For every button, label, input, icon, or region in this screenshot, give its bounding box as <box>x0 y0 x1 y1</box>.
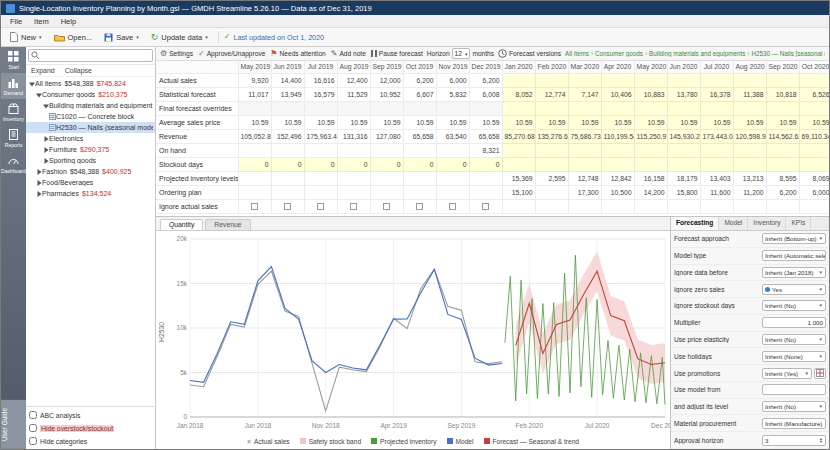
cell-ignore-actual-sales[interactable] <box>436 199 469 213</box>
cell-on-hand[interactable]: 8,321 <box>469 143 502 157</box>
chevron-expanded-icon[interactable] <box>42 103 49 109</box>
cell-projected-inventory-levels[interactable] <box>469 171 502 185</box>
cell-average-sales-price[interactable]: 10.59 <box>370 115 403 129</box>
cell-final-forecast-overrides[interactable] <box>535 101 568 115</box>
cell-projected-inventory-levels[interactable]: 12,748 <box>568 171 601 185</box>
cell-actual-sales[interactable]: 12,400 <box>337 73 370 87</box>
promo-grid-icon[interactable] <box>814 368 826 379</box>
cell-stockout-days[interactable]: 0 <box>403 157 436 171</box>
collapse-button[interactable]: Collapse <box>65 67 92 74</box>
cell-revenue[interactable]: 127,080 <box>370 129 403 143</box>
cell-final-forecast-overrides[interactable] <box>667 101 700 115</box>
cell-ignore-actual-sales[interactable] <box>535 199 568 213</box>
tree-item[interactable]: Electronics <box>26 133 155 144</box>
cell-statistical-forecast[interactable]: 11,017 <box>238 87 271 101</box>
hide-categories-checkbox[interactable] <box>29 437 37 445</box>
cell-ignore-actual-sales[interactable] <box>502 199 535 213</box>
tree-item[interactable]: Building materials and equipment <box>26 100 155 111</box>
cell-final-forecast-overrides[interactable] <box>568 101 601 115</box>
prop-value-use-holidays[interactable]: Inherit (None)▼ <box>762 351 826 362</box>
cell-stockout-days[interactable] <box>667 157 700 171</box>
new-button[interactable]: New▾ <box>5 30 47 44</box>
cell-on-hand[interactable] <box>502 143 535 157</box>
ignore-actual-sales-checkbox[interactable] <box>284 203 291 210</box>
nav-item-inventory[interactable]: Inventory <box>1 99 26 125</box>
cell-statistical-forecast[interactable]: 13,780 <box>667 87 700 101</box>
cell-ordering-plan[interactable] <box>337 185 370 199</box>
ignore-actual-sales-checkbox[interactable] <box>317 203 324 210</box>
cell-statistical-forecast[interactable]: 8,052 <box>502 87 535 101</box>
cell-ignore-actual-sales[interactable] <box>469 199 502 213</box>
cell-average-sales-price[interactable]: 10.59 <box>403 115 436 129</box>
cell-on-hand[interactable] <box>337 143 370 157</box>
cell-average-sales-price[interactable]: 10.59 <box>766 115 799 129</box>
cell-ignore-actual-sales[interactable] <box>700 199 733 213</box>
cell-stockout-days[interactable]: 0 <box>436 157 469 171</box>
cell-ordering-plan[interactable] <box>238 185 271 199</box>
ignore-actual-sales-checkbox[interactable] <box>449 203 456 210</box>
save-button[interactable]: Save▾ <box>99 31 144 44</box>
cell-final-forecast-overrides[interactable] <box>436 101 469 115</box>
cell-statistical-forecast[interactable]: 16,378 <box>700 87 733 101</box>
nav-item-reports[interactable]: Reports <box>1 125 26 151</box>
cell-projected-inventory-levels[interactable]: 8,069 <box>799 171 829 185</box>
cell-actual-sales[interactable] <box>601 73 634 87</box>
search-box[interactable] <box>28 49 153 62</box>
prop-value-use-model-from[interactable] <box>762 384 826 395</box>
tree-item[interactable]: Consumer goods$210,375 <box>26 89 155 100</box>
expand-button[interactable]: Expand <box>31 67 55 74</box>
cell-on-hand[interactable] <box>733 143 766 157</box>
cell-stockout-days[interactable] <box>568 157 601 171</box>
approve-unapprove-button[interactable]: ✓Approve/Unapprove <box>198 50 265 58</box>
cell-stockout-days[interactable] <box>766 157 799 171</box>
cell-final-forecast-overrides[interactable] <box>634 101 667 115</box>
cell-revenue[interactable]: 75,686.73 <box>568 129 601 143</box>
breadcrumb-segment[interactable]: All items <box>565 50 589 57</box>
tab-model[interactable]: Model <box>719 217 748 230</box>
cell-final-forecast-overrides[interactable] <box>700 101 733 115</box>
cell-final-forecast-overrides[interactable] <box>601 101 634 115</box>
ignore-actual-sales-checkbox[interactable] <box>482 203 489 210</box>
tree-item[interactable]: Food/Beverages <box>26 177 155 188</box>
cell-actual-sales[interactable] <box>733 73 766 87</box>
update-data-button[interactable]: ↻Update data▾ <box>146 31 213 44</box>
cell-revenue[interactable]: 135,276.66 <box>535 129 568 143</box>
cell-actual-sales[interactable] <box>502 73 535 87</box>
cell-ordering-plan[interactable] <box>271 185 304 199</box>
cell-ignore-actual-sales[interactable] <box>271 199 304 213</box>
cell-statistical-forecast[interactable]: 13,949 <box>271 87 304 101</box>
menu-item[interactable]: Item <box>28 16 55 27</box>
cell-actual-sales[interactable]: 14,400 <box>271 73 304 87</box>
cell-ordering-plan[interactable]: 10,500 <box>601 185 634 199</box>
prop-value-approval-horizon[interactable]: 3▲▼ <box>762 435 826 446</box>
cell-projected-inventory-levels[interactable] <box>436 171 469 185</box>
cell-ordering-plan[interactable]: 6,000 <box>799 185 829 199</box>
cell-average-sales-price[interactable]: 10.59 <box>601 115 634 129</box>
cell-revenue[interactable]: 115,250.97 <box>634 129 667 143</box>
cell-revenue[interactable]: 175,963.44 <box>304 129 337 143</box>
cell-final-forecast-overrides[interactable] <box>502 101 535 115</box>
cell-ordering-plan[interactable]: 11,600 <box>700 185 733 199</box>
cell-average-sales-price[interactable]: 10.59 <box>568 115 601 129</box>
cell-average-sales-price[interactable]: 10.59 <box>535 115 568 129</box>
cell-ordering-plan[interactable]: 17,300 <box>568 185 601 199</box>
cell-final-forecast-overrides[interactable] <box>304 101 337 115</box>
cell-projected-inventory-levels[interactable] <box>238 171 271 185</box>
cell-ignore-actual-sales[interactable] <box>667 199 700 213</box>
prop-value-ignore-stockout-days[interactable]: Inherit (No)▼ <box>762 300 826 311</box>
cell-on-hand[interactable] <box>535 143 568 157</box>
cell-average-sales-price[interactable]: 10.59 <box>436 115 469 129</box>
breadcrumb-segment[interactable]: Consumer goods <box>595 50 643 57</box>
cell-projected-inventory-levels[interactable]: 2,595 <box>535 171 568 185</box>
cell-ordering-plan[interactable] <box>469 185 502 199</box>
cell-average-sales-price[interactable]: 10.59 <box>337 115 370 129</box>
cell-revenue[interactable]: 85,270.68 <box>502 129 535 143</box>
tree-item[interactable]: All items$548,388$745,824 <box>26 78 155 89</box>
chevron-collapsed-icon[interactable] <box>42 147 49 153</box>
cell-revenue[interactable]: 105,052.80 <box>238 129 271 143</box>
tree-item[interactable]: Sporting goods <box>26 155 155 166</box>
cell-ignore-actual-sales[interactable] <box>337 199 370 213</box>
cell-revenue[interactable]: 131,316 <box>337 129 370 143</box>
cell-on-hand[interactable] <box>799 143 829 157</box>
cell-revenue[interactable]: 145,930.20 <box>667 129 700 143</box>
